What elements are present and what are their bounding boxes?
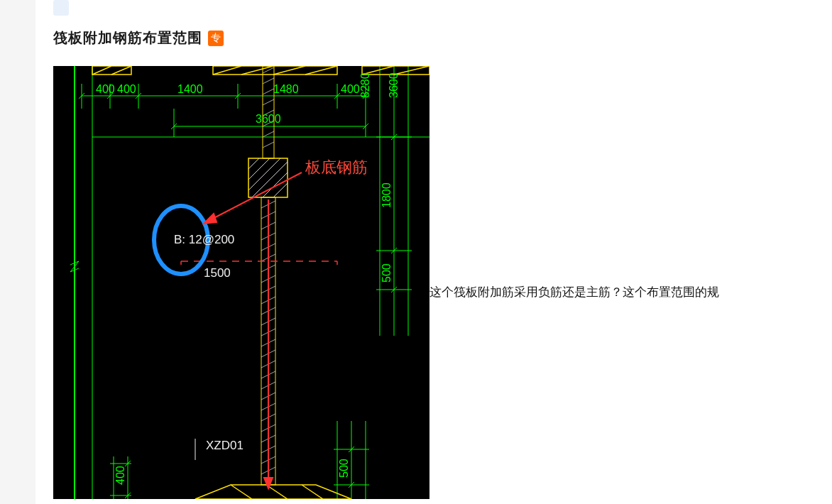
dim-label: 1480 <box>273 83 299 95</box>
cad-drawing: 400 400 1400 1480 400 8280 3600 3600 180… <box>53 66 429 499</box>
svg-marker-90 <box>204 214 217 224</box>
svg-line-44 <box>248 158 259 169</box>
dim-label: 3600 <box>388 72 400 98</box>
dim-label: 400 <box>96 83 115 95</box>
dim-label: 500 <box>381 263 393 283</box>
page-title: 筏板附加钢筋布置范围 <box>53 28 202 48</box>
svg-line-85 <box>263 142 274 148</box>
dim-label: 1400 <box>177 83 203 95</box>
svg-line-45 <box>248 158 270 180</box>
svg-rect-77 <box>263 66 274 158</box>
body-row: 400 400 1400 1480 400 8280 3600 3600 180… <box>53 66 814 499</box>
dim-label: 400 <box>114 466 126 485</box>
dim-label: 400 <box>341 83 360 95</box>
svg-line-81 <box>263 99 274 105</box>
rebar-spec-label: B: 12@200 <box>174 233 234 246</box>
svg-line-79 <box>263 78 274 84</box>
svg-rect-43 <box>248 158 288 197</box>
dim-label: 400 <box>117 83 136 95</box>
svg-line-84 <box>263 131 274 137</box>
svg-line-80 <box>263 89 274 94</box>
svg-line-49 <box>273 183 288 197</box>
question-text: 这个筏板附加筋采用负筋还是主筋？这个布置范围的规 <box>429 284 719 300</box>
title-row: 筏板附加钢筋布置范围 专 <box>53 28 814 48</box>
dim-label: 8280 <box>359 72 371 98</box>
svg-line-47 <box>252 162 288 197</box>
dim-label: 1800 <box>381 182 393 208</box>
avatar <box>53 0 69 16</box>
content-panel: 筏板附加钢筋布置范围 专 <box>35 0 832 504</box>
dim-1500: 1500 <box>204 266 231 280</box>
svg-line-48 <box>263 172 288 197</box>
expert-badge: 专 <box>208 31 224 46</box>
svg-marker-92 <box>264 478 273 488</box>
element-label: XZD01 <box>206 439 243 452</box>
red-annotation: 板底钢筋 <box>305 158 368 176</box>
dim-label: 3600 <box>256 113 281 125</box>
dim-label: 500 <box>338 459 350 478</box>
